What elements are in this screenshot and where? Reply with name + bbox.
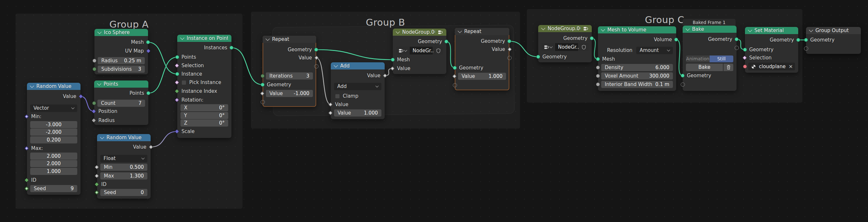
socket-row-points[interactable]: Points bbox=[94, 89, 148, 97]
socket-row-scale[interactable]: Scale bbox=[177, 127, 231, 136]
node-tree-browse-button[interactable] bbox=[541, 43, 554, 51]
node-header[interactable]: NodeGroup.001 bbox=[393, 29, 446, 36]
field-y[interactable]: Y0° bbox=[181, 112, 228, 119]
socket-row-instance[interactable]: Instance bbox=[177, 70, 231, 78]
socket-row-geometry[interactable]: Geometry bbox=[683, 35, 737, 43]
collapse-chevron-icon[interactable] bbox=[97, 30, 102, 34]
checkbox-clamp[interactable] bbox=[335, 94, 340, 99]
socket-row-radius[interactable]: Radius bbox=[94, 116, 148, 125]
socket-row-mesh[interactable]: Mesh bbox=[393, 56, 446, 64]
socket-row-value[interactable]: Value bbox=[97, 143, 151, 151]
socket-geometry[interactable] bbox=[507, 39, 511, 43]
socket-row-geometry[interactable]: Geometry bbox=[806, 36, 861, 44]
collapse-chevron-icon[interactable] bbox=[809, 28, 813, 32]
node-set-material[interactable]: Set MaterialGeometryGeometrySelectionclo… bbox=[745, 27, 798, 73]
extend-socket[interactable] bbox=[314, 64, 318, 68]
node-header[interactable]: Instance on Points bbox=[177, 35, 231, 42]
socket-row-mesh[interactable]: Mesh bbox=[598, 55, 676, 63]
node-instance-on-points[interactable]: Instance on PointsInstancesPointsSelecti… bbox=[177, 35, 231, 138]
node-points[interactable]: PointsPointsCount7PositionRadius bbox=[94, 81, 148, 125]
collapse-chevron-icon[interactable] bbox=[100, 135, 104, 139]
socket-mesh[interactable] bbox=[596, 57, 600, 61]
socket-points[interactable] bbox=[146, 91, 150, 95]
collapse-chevron-icon[interactable] bbox=[458, 29, 462, 33]
node-editor-canvas[interactable]: Group AGroup BGroup CRandom ValueValueVe… bbox=[0, 0, 868, 222]
collapse-chevron-icon[interactable] bbox=[97, 82, 101, 86]
field-2-000[interactable]: 2.000 bbox=[30, 153, 77, 160]
socket-row-value[interactable]: Value bbox=[455, 45, 509, 54]
field-seed[interactable]: Seed9 bbox=[30, 185, 77, 192]
extend-socket[interactable] bbox=[507, 56, 512, 60]
extend-socket[interactable] bbox=[681, 83, 685, 87]
collapse-chevron-icon[interactable] bbox=[180, 36, 184, 40]
field-1-000[interactable]: 1.000 bbox=[30, 168, 77, 175]
clear-material-x-button[interactable]: × bbox=[788, 64, 793, 69]
extend-socket[interactable] bbox=[453, 83, 457, 87]
node-header[interactable]: Repeat bbox=[455, 28, 509, 35]
socket-row-instance-index[interactable]: Instance Index bbox=[177, 87, 231, 95]
field-voxel-amount[interactable]: Voxel Amount300.000 bbox=[601, 72, 673, 80]
node-header[interactable]: NodeGroup.002 bbox=[538, 25, 592, 32]
socket-row-uv-map[interactable]: UV Map bbox=[94, 47, 148, 55]
collapse-chevron-icon[interactable] bbox=[334, 63, 338, 67]
datablock-name-field[interactable]: NodeGr... bbox=[555, 43, 578, 51]
collapse-chevron-icon[interactable] bbox=[266, 37, 270, 41]
socket-interior-band-width[interactable] bbox=[596, 83, 600, 86]
collapse-chevron-icon[interactable] bbox=[686, 27, 690, 31]
socket-mesh[interactable] bbox=[146, 40, 150, 44]
socket-instance[interactable] bbox=[175, 72, 179, 76]
socket-row-selection[interactable]: Selection bbox=[745, 54, 798, 62]
collapse-chevron-icon[interactable] bbox=[748, 28, 752, 32]
socket-count[interactable] bbox=[92, 101, 96, 105]
socket-points[interactable] bbox=[175, 55, 179, 59]
field-density[interactable]: Density6.000 bbox=[601, 64, 673, 71]
collapse-chevron-icon[interactable] bbox=[30, 84, 34, 88]
socket-row-volume[interactable]: Volume bbox=[598, 35, 676, 44]
datablock-selector[interactable]: NodeGr... bbox=[541, 43, 589, 51]
field-seed[interactable]: Seed0 bbox=[100, 189, 147, 196]
datablock-name-field[interactable]: NodeGr... bbox=[410, 47, 433, 55]
node-header[interactable]: Set Material bbox=[745, 27, 798, 34]
socket-row-instances[interactable]: Instances bbox=[177, 43, 231, 52]
checkbox-row-clamp[interactable]: Clamp bbox=[331, 92, 385, 100]
socket-geometry[interactable] bbox=[536, 55, 540, 59]
field-interior-band-width[interactable]: Interior Band Width0.1 m bbox=[601, 81, 673, 88]
socket-row-points[interactable]: Points bbox=[177, 53, 231, 61]
node-group-output[interactable]: Group OutputGeometry bbox=[806, 27, 861, 54]
socket-row-value[interactable]: Value bbox=[331, 71, 385, 80]
node-header[interactable]: Mesh to Volume bbox=[598, 26, 676, 33]
segment-animation[interactable]: Animation bbox=[686, 56, 710, 62]
socket-geometry[interactable] bbox=[743, 48, 747, 52]
socket-row-geometry[interactable]: Geometry bbox=[262, 45, 316, 54]
node-header[interactable]: Repeat bbox=[262, 36, 316, 43]
node-nodegroup-001[interactable]: NodeGroup.001GeometryNodeGr...MeshValue bbox=[393, 29, 446, 74]
node-mesh-to-volume[interactable]: Mesh to VolumeVolumeResolutionAmountMesh… bbox=[598, 26, 676, 91]
node-add[interactable]: AddValueAddClampValueValue1.000 bbox=[331, 62, 385, 119]
node-ico-sphere[interactable]: Ico SphereMeshUV MapRadius0.25 mSubdivis… bbox=[94, 29, 148, 74]
node-header[interactable]: Group Output bbox=[806, 27, 861, 34]
dropdown-float[interactable]: Float bbox=[100, 155, 147, 162]
socket-voxel-amount[interactable] bbox=[596, 74, 600, 78]
checkbox-row-pick-instance[interactable]: Pick Instance bbox=[177, 78, 231, 87]
socket-geometry[interactable] bbox=[590, 36, 594, 40]
field-value[interactable]: Value1.000 bbox=[334, 109, 381, 117]
extend-socket[interactable] bbox=[804, 46, 808, 51]
node-random-value-1[interactable]: Random ValueValueVectorMin:-3.000-2.0000… bbox=[27, 83, 81, 195]
socket-row-geometry[interactable]: Geometry bbox=[538, 34, 592, 42]
field-3-000[interactable]: -3.000 bbox=[30, 121, 77, 128]
dropdown-amount[interactable]: Amount bbox=[636, 47, 673, 54]
socket-iterations[interactable] bbox=[261, 74, 265, 78]
collapse-chevron-icon[interactable] bbox=[541, 26, 545, 30]
field-subdivisions[interactable]: Subdivisions3 bbox=[98, 66, 145, 73]
socket-geometry[interactable] bbox=[804, 38, 808, 42]
field-count[interactable]: Count7 bbox=[97, 100, 145, 107]
node-header[interactable]: Bake bbox=[683, 26, 737, 33]
node-nodegroup-002[interactable]: NodeGroup.002GeometryNodeGr...Geometry bbox=[538, 25, 592, 62]
socket-geometry[interactable] bbox=[444, 40, 448, 43]
extend-socket[interactable] bbox=[261, 100, 265, 104]
socket-geometry[interactable] bbox=[796, 38, 800, 42]
socket-row-value[interactable]: Value bbox=[27, 92, 81, 101]
socket-row-position[interactable]: Position bbox=[94, 107, 148, 116]
socket-radius[interactable] bbox=[93, 59, 96, 63]
delete-bake-trash-button[interactable] bbox=[723, 64, 733, 71]
